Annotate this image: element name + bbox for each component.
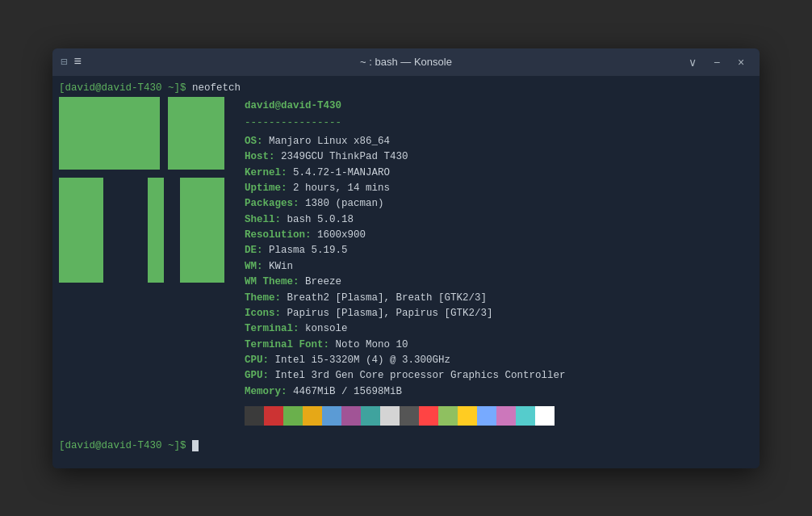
color-swatch — [496, 406, 516, 426]
color-swatch — [477, 406, 496, 426]
prompt-user-1: [david@david-T430 ~]$ — [59, 82, 186, 94]
info-line: Theme: Breath2 [Plasma], Breath [GTK2/3] — [245, 291, 753, 306]
color-swatch — [322, 406, 341, 426]
info-line: WM: KWin — [245, 259, 753, 275]
info-key: Icons: — [245, 308, 287, 319]
color-swatches — [245, 406, 753, 426]
svg-rect-4 — [180, 178, 224, 283]
info-key: Terminal: — [245, 323, 305, 334]
close-button[interactable]: × — [730, 53, 751, 71]
info-key: Shell: — [245, 214, 287, 225]
info-value: bash 5.0.18 — [287, 214, 354, 225]
svg-rect-6 — [160, 97, 168, 170]
info-line: Kernel: 5.4.72-1-MANJARO — [245, 166, 753, 181]
cursor — [192, 440, 199, 451]
svg-rect-1 — [168, 97, 224, 170]
info-value: 1380 (pacman) — [305, 198, 384, 209]
info-value: Breeze — [305, 276, 341, 287]
svg-rect-0 — [59, 97, 160, 170]
info-value: 4467MiB / 15698MiB — [293, 386, 402, 397]
info-key: OS: — [245, 136, 269, 147]
color-swatch — [380, 406, 400, 426]
info-line: Host: 2349GCU ThinkPad T430 — [245, 149, 753, 165]
info-value: Papirus [Plasma], Papirus [GTK2/3] — [287, 308, 493, 319]
terminal-content: [david@david-T430 ~]$ neofetch — [59, 81, 753, 464]
color-swatch — [458, 406, 477, 426]
info-line: Terminal: konsole — [245, 321, 753, 337]
info-value: 2 hours, 14 mins — [293, 182, 390, 194]
color-swatch — [245, 406, 264, 426]
titlebar-left: ⊟ ≡ — [61, 55, 82, 69]
ascii-logo — [59, 97, 228, 426]
info-value: 5.4.72-1-MANJARO — [293, 167, 390, 178]
info-key: Kernel: — [245, 167, 293, 178]
info-line: Terminal Font: Noto Mono 10 — [245, 338, 753, 353]
bottom-prompt-user: [david@david-T430 ~]$ — [59, 440, 186, 451]
info-value: Breath2 [Plasma], Breath [GTK2/3] — [287, 292, 488, 304]
info-line: Icons: Papirus [Plasma], Papirus [GTK2/3… — [245, 306, 753, 321]
window-controls: ∨ − × — [682, 53, 751, 71]
info-key: Terminal Font: — [245, 339, 336, 350]
info-value: 1600x900 — [317, 229, 366, 241]
info-key: CPU: — [245, 354, 275, 366]
bottom-prompt-line: [david@david-T430 ~]$ — [59, 438, 753, 454]
window-title: ~ : bash — Konsole — [360, 56, 452, 68]
info-key: WM: — [245, 261, 269, 272]
info-line: WM Theme: Breeze — [245, 275, 753, 290]
info-value: Intel 3rd Gen Core processor Graphics Co… — [275, 370, 566, 381]
info-key: Packages: — [245, 198, 305, 209]
chevron-down-button[interactable]: ∨ — [682, 53, 703, 71]
info-line: DE: Plasma 5.19.5 — [245, 243, 753, 258]
color-swatch — [535, 406, 555, 426]
info-line: Packages: 1380 (pacman) — [245, 196, 753, 212]
info-key: Memory: — [245, 386, 293, 397]
info-value: Manjaro Linux x86_64 — [269, 136, 390, 147]
svg-rect-5 — [107, 178, 148, 283]
info-key: Theme: — [245, 292, 287, 304]
prompt-line-1: [david@david-T430 ~]$ neofetch — [59, 81, 753, 96]
info-lines: OS: Manjaro Linux x86_64Host: 2349GCU Th… — [245, 134, 753, 400]
color-swatch — [341, 406, 361, 426]
neofetch-output: david@david-T430 ---------------- OS: Ma… — [59, 97, 753, 426]
manjaro-logo-svg — [59, 97, 228, 283]
terminal-body[interactable]: [david@david-T430 ~]$ neofetch — [52, 76, 760, 468]
window-icon[interactable]: ⊟ — [61, 55, 67, 69]
titlebar: ⊟ ≡ ~ : bash — Konsole ∨ − × — [52, 48, 760, 76]
info-line: Shell: bash 5.0.18 — [245, 212, 753, 228]
info-key: DE: — [245, 245, 269, 256]
color-swatch — [419, 406, 438, 426]
command-text: neofetch — [186, 82, 241, 94]
color-swatch — [400, 406, 419, 426]
info-key: Resolution: — [245, 229, 317, 241]
color-swatch — [438, 406, 458, 426]
color-swatch — [283, 406, 303, 426]
info-value: Plasma 5.19.5 — [269, 245, 348, 256]
info-key: GPU: — [245, 370, 275, 381]
info-value: 2349GCU ThinkPad T430 — [281, 151, 408, 162]
info-line: Uptime: 2 hours, 14 mins — [245, 181, 753, 196]
color-swatch — [303, 406, 322, 426]
color-swatch — [264, 406, 283, 426]
info-line: Memory: 4467MiB / 15698MiB — [245, 384, 753, 400]
info-key: Uptime: — [245, 182, 293, 194]
info-value: konsole — [305, 323, 348, 334]
svg-rect-2 — [59, 178, 103, 283]
info-value: Intel i5-3320M (4) @ 3.300GHz — [275, 354, 451, 366]
minimize-button[interactable]: − — [706, 53, 727, 71]
color-swatch — [361, 406, 380, 426]
terminal-window: ⊟ ≡ ~ : bash — Konsole ∨ − × [david@davi… — [52, 48, 760, 468]
separator: ---------------- — [245, 115, 753, 131]
info-value: KWin — [269, 261, 293, 272]
info-line: Resolution: 1600x900 — [245, 228, 753, 243]
info-line: OS: Manjaro Linux x86_64 — [245, 134, 753, 149]
info-key: Host: — [245, 151, 281, 162]
hamburger-icon[interactable]: ≡ — [73, 55, 82, 69]
info-line: CPU: Intel i5-3320M (4) @ 3.300GHz — [245, 353, 753, 368]
info-key: WM Theme: — [245, 276, 305, 287]
info-value: Noto Mono 10 — [336, 339, 408, 350]
username-display: david@david-T430 — [245, 99, 753, 114]
info-line: GPU: Intel 3rd Gen Core processor Graphi… — [245, 368, 753, 384]
color-swatch — [516, 406, 535, 426]
sys-info: david@david-T430 ---------------- OS: Ma… — [245, 97, 753, 426]
